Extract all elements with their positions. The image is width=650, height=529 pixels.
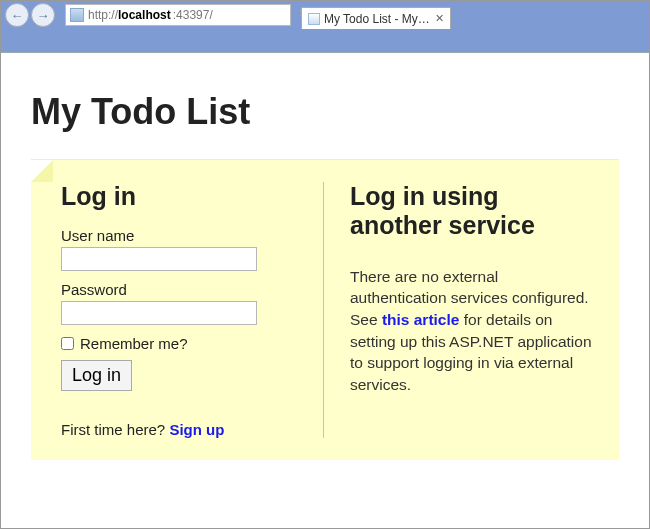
login-button[interactable]: Log in: [61, 360, 132, 391]
tab-strip: My Todo List - My A... ✕: [1, 5, 649, 29]
login-heading: Log in: [61, 182, 295, 211]
remember-label: Remember me?: [80, 335, 188, 352]
password-input[interactable]: [61, 301, 257, 325]
external-login-section: Log in using another service There are n…: [323, 182, 595, 438]
favicon-icon: [308, 13, 320, 25]
close-tab-icon[interactable]: ✕: [435, 12, 444, 25]
username-label: User name: [61, 227, 295, 244]
local-login-section: Log in User name Password Remember me? L…: [55, 182, 295, 438]
remember-checkbox[interactable]: [61, 337, 74, 350]
username-input[interactable]: [61, 247, 257, 271]
password-label: Password: [61, 281, 295, 298]
external-body: There are no external authentication ser…: [350, 266, 595, 396]
browser-chrome: ← → http://localhost:43397/ 🔍 ▾ ⟳ ✕ My T…: [1, 1, 649, 53]
signup-text: First time here?: [61, 421, 169, 438]
page-body: My Todo List Log in User name Password R…: [1, 53, 649, 470]
signup-prompt: First time here? Sign up: [61, 421, 295, 438]
login-card: Log in User name Password Remember me? L…: [31, 159, 619, 460]
signup-link[interactable]: Sign up: [169, 421, 224, 438]
tab-title: My Todo List - My A...: [324, 12, 431, 26]
page-title: My Todo List: [31, 91, 619, 133]
browser-tab[interactable]: My Todo List - My A... ✕: [301, 7, 451, 29]
external-article-link[interactable]: this article: [382, 311, 460, 328]
external-heading: Log in using another service: [350, 182, 595, 240]
